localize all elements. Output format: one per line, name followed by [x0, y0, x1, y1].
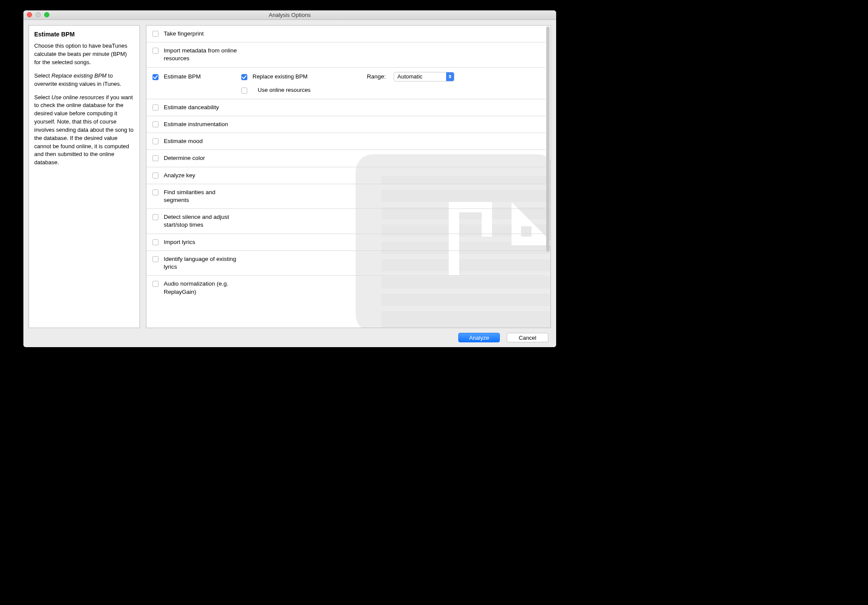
checkbox[interactable]	[152, 172, 159, 179]
checkbox[interactable]	[152, 155, 159, 161]
checkbox[interactable]	[152, 121, 159, 127]
option-label: Estimate instrumentation	[164, 120, 228, 128]
option-estimate-mood[interactable]: Estimate mood	[146, 133, 545, 150]
window-title: Analysis Options	[269, 12, 311, 18]
sidebar-paragraph: Select Use online resources if you want …	[34, 94, 134, 167]
checkbox[interactable]	[152, 214, 159, 220]
checkbox[interactable]	[152, 31, 159, 37]
checkbox-replace-bpm[interactable]	[241, 74, 247, 80]
range-label: Range:	[367, 73, 386, 80]
checkbox[interactable]	[152, 48, 159, 54]
options-panel: Take fingerprint Import metadata from on…	[146, 25, 551, 328]
option-label: Import lyrics	[164, 238, 195, 246]
option-label: Determine color	[164, 154, 205, 162]
close-icon[interactable]	[27, 12, 32, 17]
option-estimate-danceability[interactable]: Estimate danceability	[146, 99, 545, 116]
option-label: Find similarities and segments	[164, 189, 237, 204]
option-label: Take fingerprint	[164, 30, 204, 38]
option-label: Detect silence and adjust start/stop tim…	[164, 213, 237, 229]
titlebar: Analysis Options	[23, 10, 556, 20]
checkbox[interactable]	[152, 256, 159, 262]
option-audio-normalization[interactable]: Audio normalization (e.g. ReplayGain)	[146, 276, 545, 300]
option-label: Analyze key	[164, 172, 195, 179]
range-value: Automatic	[398, 73, 423, 80]
option-label: Estimate danceability	[164, 104, 219, 111]
sidebar-title: Estimate BPM	[34, 30, 134, 39]
option-label: Import metadata from online resources	[164, 47, 237, 62]
checkbox[interactable]	[152, 74, 159, 80]
option-label: Audio normalization (e.g. ReplayGain)	[164, 280, 237, 296]
option-import-lyrics[interactable]: Import lyrics	[146, 234, 545, 251]
option-determine-color[interactable]: Determine color	[146, 150, 545, 167]
dialog-window: Analysis Options Estimate BPM Choose thi…	[23, 10, 556, 347]
content-area: Estimate BPM Choose this option to have …	[23, 20, 556, 328]
option-take-fingerprint[interactable]: Take fingerprint	[146, 26, 545, 42]
window-controls	[27, 12, 49, 17]
minimize-icon	[36, 12, 41, 17]
range-select[interactable]: Automatic	[394, 72, 454, 81]
checkbox-use-online[interactable]	[241, 88, 247, 94]
checkbox[interactable]	[152, 189, 159, 195]
checkbox[interactable]	[152, 281, 159, 287]
option-import-metadata[interactable]: Import metadata from online resources	[146, 42, 545, 67]
option-find-similarities[interactable]: Find similarities and segments	[146, 184, 545, 209]
option-detect-silence[interactable]: Detect silence and adjust start/stop tim…	[146, 209, 545, 234]
option-label: Estimate BPM	[164, 73, 201, 81]
options-scroll[interactable]: Take fingerprint Import metadata from on…	[146, 26, 545, 328]
option-label: Replace existing BPM	[253, 73, 308, 80]
cancel-button[interactable]: Cancel	[507, 333, 548, 342]
option-label: Identify language of existing lyrics	[164, 255, 237, 271]
scrollbar-thumb[interactable]	[546, 26, 550, 252]
analyze-button[interactable]: Analyze	[458, 333, 500, 342]
option-label: Use online resources	[258, 87, 311, 93]
checkbox[interactable]	[152, 239, 159, 245]
option-estimate-bpm: Estimate BPM Replace existing BPM Range:…	[146, 68, 545, 99]
checkbox[interactable]	[152, 138, 159, 144]
chevron-updown-icon	[446, 72, 454, 81]
sidebar-paragraph: Choose this option to have beaTunes calc…	[34, 42, 134, 67]
option-identify-language[interactable]: Identify language of existing lyrics	[146, 251, 545, 276]
sidebar-paragraph: Select Replace existing BPM to overwrite…	[34, 72, 134, 88]
checkbox[interactable]	[152, 104, 159, 111]
option-label: Estimate mood	[164, 137, 203, 145]
zoom-icon[interactable]	[44, 12, 49, 17]
option-estimate-instrumentation[interactable]: Estimate instrumentation	[146, 116, 545, 133]
dialog-footer: Analyze Cancel	[23, 328, 556, 347]
option-analyze-key[interactable]: Analyze key	[146, 167, 545, 184]
help-sidebar: Estimate BPM Choose this option to have …	[29, 25, 140, 328]
